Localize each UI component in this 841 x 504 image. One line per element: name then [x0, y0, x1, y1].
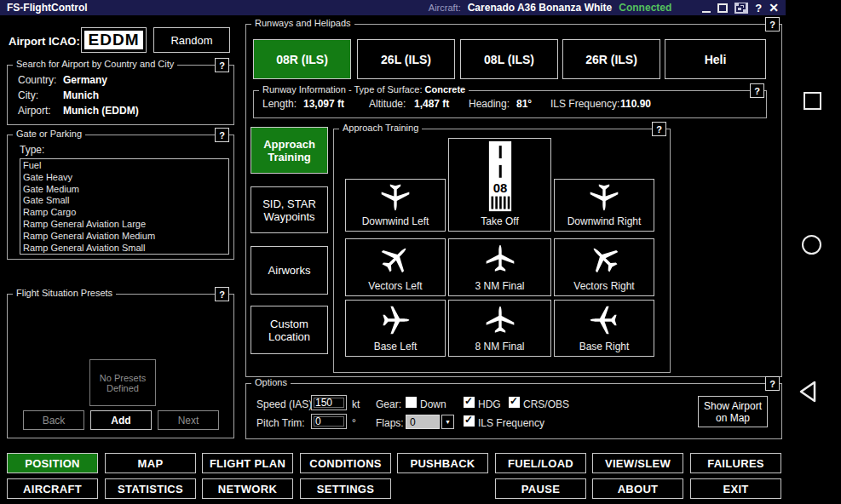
home-circle-icon[interactable]	[802, 235, 821, 255]
gate-type-listbox[interactable]: Fuel Gate Heavy Gate Medium Gate Small R…	[20, 158, 229, 255]
nav-statistics-button[interactable]: STATISTICS	[105, 478, 196, 499]
restore-windows-icon[interactable]	[734, 3, 748, 14]
speed-ias-input[interactable]: 150	[311, 395, 347, 410]
list-item[interactable]: Ramp General Aviation Small	[23, 243, 226, 255]
minimize-icon[interactable]	[702, 11, 711, 13]
runway-button-08l[interactable]: 08L (ILS)	[460, 39, 558, 79]
close-icon[interactable]: ✕	[769, 1, 779, 14]
runway-button-26r[interactable]: 26R (ILS)	[562, 39, 660, 79]
approach-downwind-left-button[interactable]: Downwind Left	[345, 179, 446, 232]
nav-network-button[interactable]: NETWORK	[202, 478, 293, 499]
flaps-dropdown-arrow-icon[interactable]: ▼	[441, 415, 454, 429]
nav-about-button[interactable]: ABOUT	[592, 478, 683, 499]
speed-ias-label: Speed (IAS):	[256, 398, 315, 410]
nav-failures-button[interactable]: FAILURES	[690, 453, 781, 473]
approach-vectors-right-button[interactable]: Vectors Right	[554, 238, 654, 296]
runways-help-button[interactable]: ?	[765, 17, 780, 32]
airport-icao-label: Airport ICAO:	[9, 35, 80, 48]
crs-obs-checkbox[interactable]	[509, 397, 520, 408]
list-item[interactable]: Ramp General Aviation Medium	[23, 231, 226, 243]
gear-down-checkbox[interactable]	[406, 397, 417, 408]
approach-vectors-left-button[interactable]: Vectors Left	[345, 238, 446, 296]
list-item[interactable]: Gate Small	[23, 195, 226, 207]
ils-frequency-label: ILS Frequency:	[550, 98, 619, 110]
gear-label: Gear:	[376, 398, 401, 410]
titlebar-help-icon[interactable]: ?	[755, 2, 762, 14]
hdg-checkbox[interactable]	[464, 397, 475, 408]
approach-take-off-button[interactable]: 08 Take Off	[448, 138, 551, 232]
runway-button-08r[interactable]: 08R (ILS)	[253, 39, 351, 79]
list-item[interactable]: Gate Medium	[23, 184, 226, 196]
nav-position-button[interactable]: POSITION	[7, 453, 98, 473]
search-help-button[interactable]: ?	[215, 58, 229, 72]
airplane-north-icon	[485, 301, 516, 339]
runway-info-group: Runway Information - Type of Surface: Co…	[253, 90, 767, 118]
nav-fuel-load-button[interactable]: FUEL/LOAD	[495, 453, 586, 473]
options-group-title: Options	[251, 377, 291, 387]
city-label: City:	[18, 89, 38, 101]
app-title: FS-FlightControl	[7, 2, 88, 14]
show-airport-on-map-button[interactable]: Show Airport on Map	[698, 396, 768, 427]
options-group: Options ? Speed (IAS): 150 kt Pitch Trim…	[245, 383, 782, 439]
mode-approach-training-button[interactable]: Approach Training	[251, 127, 328, 174]
presets-help-button[interactable]: ?	[215, 287, 229, 301]
flaps-label: Flaps:	[376, 417, 404, 429]
mode-sid-star-button[interactable]: SID, STAR Waypoints	[251, 186, 328, 233]
crs-obs-label: CRS/OBS	[523, 398, 569, 410]
nav-flight-plan-button[interactable]: FLIGHT PLAN	[202, 453, 293, 473]
random-airport-button[interactable]: Random	[153, 27, 230, 53]
gate-group-title: Gate or Parking	[13, 129, 85, 139]
hdg-label: HDG	[478, 398, 501, 410]
back-triangle-icon[interactable]	[798, 380, 820, 407]
runway-icon: 08	[482, 139, 518, 214]
mode-custom-location-button[interactable]: Custom Location	[251, 306, 328, 354]
airport-icao-input[interactable]: EDDM	[81, 27, 147, 53]
city-value[interactable]: Munich	[63, 89, 99, 101]
nav-map-button[interactable]: MAP	[105, 453, 196, 473]
pitch-unit-label: °	[352, 417, 356, 429]
airplane-south-icon	[589, 180, 619, 214]
approach-base-right-button[interactable]: Base Right	[554, 300, 654, 357]
nav-pushback-button[interactable]: PUSHBACK	[397, 453, 488, 473]
options-help-button[interactable]: ?	[765, 376, 780, 391]
approach-downwind-right-button[interactable]: Downwind Right	[554, 179, 654, 232]
nav-settings-button[interactable]: SETTINGS	[300, 478, 391, 499]
nav-pause-button[interactable]: PAUSE	[495, 478, 586, 499]
runway-info-title: Runway Information - Type of Surface: Co…	[259, 84, 469, 94]
title-bar: FS-FlightControl Aircraft: Carenado A36 …	[0, 0, 786, 15]
surface-value: Concrete	[425, 84, 466, 94]
mode-airworks-button[interactable]: Airworks	[251, 246, 328, 295]
approach-8nm-final-button[interactable]: 8 NM Final	[448, 300, 551, 357]
airplane-west-icon	[589, 301, 619, 339]
pitch-trim-input[interactable]: 0	[311, 414, 347, 429]
approach-help-button[interactable]: ?	[652, 122, 666, 136]
ils-frequency-checkbox-label: ILS Frequency	[478, 417, 544, 429]
presets-group: Flight Situation Presets ? No Presets De…	[7, 294, 234, 438]
country-value[interactable]: Germany	[63, 74, 107, 86]
approach-3nm-final-button[interactable]: 3 NM Final	[448, 238, 551, 296]
list-item[interactable]: Gate Heavy	[23, 172, 226, 184]
runway-info-help-button[interactable]: ?	[750, 83, 764, 98]
list-item[interactable]: Ramp General Aviation Large	[23, 219, 226, 231]
runway-button-26l[interactable]: 26L (ILS)	[357, 39, 455, 79]
gate-type-label: Type:	[20, 144, 44, 156]
gate-help-button[interactable]: ?	[215, 128, 229, 142]
nav-exit-button[interactable]: EXIT	[690, 478, 781, 499]
airport-value[interactable]: Munich (EDDM)	[63, 105, 139, 117]
list-item[interactable]: Ramp Cargo	[23, 207, 226, 219]
list-item[interactable]: Fuel	[23, 160, 226, 172]
approach-base-left-button[interactable]: Base Left	[345, 300, 446, 357]
connection-status: Connected	[619, 2, 671, 14]
altitude-label: Altitude:	[369, 98, 406, 110]
runway-button-heli[interactable]: Heli	[665, 39, 766, 79]
presets-add-button[interactable]: Add	[90, 410, 152, 430]
maximize-icon[interactable]	[717, 3, 728, 13]
nav-aircraft-button[interactable]: AIRCRAFT	[7, 478, 98, 499]
presets-back-button[interactable]: Back	[23, 410, 84, 430]
ils-frequency-checkbox[interactable]	[464, 415, 475, 427]
nav-conditions-button[interactable]: CONDITIONS	[300, 453, 391, 473]
flaps-dropdown[interactable]: 0	[406, 415, 440, 429]
recents-square-icon[interactable]	[804, 92, 821, 110]
presets-next-button[interactable]: Next	[158, 410, 219, 430]
nav-view-slew-button[interactable]: VIEW/SLEW	[592, 453, 683, 473]
